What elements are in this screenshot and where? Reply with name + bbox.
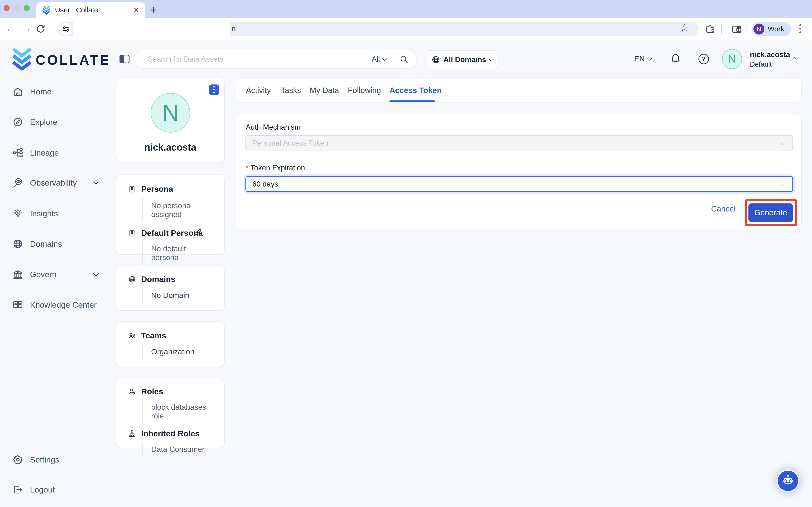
- chevron-down-icon: [647, 56, 652, 61]
- help-icon[interactable]: ?: [699, 54, 709, 64]
- back-icon[interactable]: ←: [5, 23, 16, 33]
- search-divider: [393, 54, 393, 64]
- domains-filter-dropdown[interactable]: All Domains: [426, 50, 498, 69]
- hierarchy-icon: [128, 430, 137, 438]
- gear-icon: [12, 454, 23, 465]
- screen: User | Collate × + ← → n ☆ N Work: [0, 0, 812, 507]
- default-persona-value: No default persona: [142, 241, 215, 265]
- chevron-down-icon: [382, 56, 388, 61]
- sidebar-item-settings[interactable]: Settings: [0, 448, 109, 471]
- tab-close-icon[interactable]: ×: [134, 5, 139, 14]
- teams-header: Teams: [128, 331, 215, 340]
- persona-card: Persona No persona assigned Default Pers…: [116, 174, 225, 255]
- tab-following[interactable]: Following: [348, 78, 381, 102]
- roles-card: Roles block databases role Inherited Rol…: [116, 378, 225, 448]
- sidebar-item-domains[interactable]: Domains: [0, 232, 109, 256]
- search-icon[interactable]: [399, 55, 408, 64]
- window-minimize-button[interactable]: [13, 5, 20, 11]
- brand-wordmark[interactable]: COLLATE: [36, 52, 110, 68]
- browser-profile-label: Work: [768, 25, 784, 33]
- browser-menu-icon[interactable]: [799, 23, 801, 34]
- teams-value[interactable]: Organization: [142, 344, 215, 359]
- site-settings-icon[interactable]: [59, 22, 72, 36]
- language-dropdown[interactable]: EN: [634, 54, 652, 63]
- observability-icon: [12, 177, 23, 188]
- chevron-down-icon: [780, 140, 785, 145]
- active-tab-underline: [390, 100, 435, 102]
- token-expiration-label: *Token Expiration: [246, 164, 305, 172]
- browser-tab-title: User | Collate: [55, 6, 134, 14]
- profile-avatar: N: [151, 93, 190, 132]
- auth-mechanism-label: Auth Mechanism: [246, 123, 301, 131]
- token-expiration-select[interactable]: 60 days: [245, 176, 793, 192]
- sidebar-item-explore[interactable]: Explore: [0, 110, 109, 134]
- chevron-down-icon: [780, 182, 784, 186]
- tab-access-token[interactable]: Access Token: [390, 78, 442, 102]
- reload-icon[interactable]: [36, 24, 46, 34]
- sidebar-item-logout[interactable]: Logout: [0, 478, 109, 502]
- required-asterisk: *: [246, 164, 249, 172]
- domains-card: Domains No Domain: [116, 266, 225, 311]
- collate-favicon: [42, 5, 51, 14]
- default-persona-header: Default Persona: [128, 228, 215, 238]
- profile-more-menu-button[interactable]: [209, 84, 219, 95]
- cancel-button[interactable]: Cancel: [711, 204, 735, 213]
- auth-mechanism-select: Personal Access Token: [245, 135, 793, 151]
- new-tab-button[interactable]: +: [150, 4, 157, 16]
- chevron-down-icon[interactable]: [794, 54, 799, 59]
- lineage-icon: [12, 147, 23, 158]
- search-scope-dropdown[interactable]: All: [372, 55, 387, 63]
- annotation-highlight-box: [745, 200, 797, 226]
- home-icon: [12, 86, 23, 97]
- browser-profile-avatar: N: [753, 23, 764, 35]
- robot-icon: [781, 474, 795, 488]
- chevron-down-icon: [489, 56, 494, 61]
- extensions-icon[interactable]: [705, 23, 716, 35]
- collate-logo-icon[interactable]: [11, 48, 33, 70]
- url-text: n: [232, 24, 236, 33]
- govern-bank-icon: [12, 269, 23, 280]
- sidebar-item-home[interactable]: Home: [0, 80, 109, 104]
- forward-icon[interactable]: →: [21, 23, 32, 33]
- globe-icon: [12, 238, 23, 249]
- domains-value: No Domain: [142, 288, 215, 303]
- search-input[interactable]: Search for Data Assets: [148, 55, 372, 63]
- profile-username: nick.acosta: [116, 142, 225, 153]
- roles-value: block databases role: [142, 399, 215, 424]
- user-name: nick.acosta: [750, 50, 790, 59]
- profile-tab-bar: Activity Tasks My Data Following Access …: [236, 78, 802, 103]
- tab-tasks[interactable]: Tasks: [281, 78, 301, 102]
- window-zoom-button[interactable]: [23, 5, 30, 11]
- user-gear-icon: [128, 387, 137, 396]
- tab-activity[interactable]: Activity: [246, 78, 271, 102]
- browser-profile-chip[interactable]: N Work: [752, 22, 791, 36]
- global-search-bar[interactable]: Search for Data Assets All: [134, 50, 417, 69]
- browser-tab[interactable]: User | Collate ×: [37, 2, 145, 18]
- chatbot-button[interactable]: [776, 469, 799, 492]
- sidebar-item-insights[interactable]: Insights: [0, 202, 109, 225]
- notifications-bell-icon[interactable]: [669, 53, 682, 65]
- url-redaction-box: [73, 22, 230, 36]
- bookmark-star-icon[interactable]: ☆: [680, 23, 689, 33]
- window-close-button[interactable]: [4, 5, 10, 11]
- sidebar-item-govern[interactable]: Govern: [0, 263, 109, 286]
- book-icon: [12, 299, 23, 310]
- teams-icon: [128, 331, 137, 340]
- user-menu[interactable]: nick.acosta Default: [750, 50, 790, 68]
- edit-icon[interactable]: [194, 228, 202, 238]
- chevron-down-icon: [93, 271, 99, 276]
- sidebar-collapse-icon[interactable]: [119, 55, 130, 63]
- toolbar-divider: [747, 24, 747, 34]
- persona-id-card-icon: [128, 185, 137, 193]
- globe-icon: [432, 55, 440, 64]
- persona-value: No persona assigned: [142, 198, 215, 222]
- persona-header: Persona: [128, 184, 215, 194]
- toolbar-divider: [721, 24, 722, 34]
- sidebar-item-knowledge-center[interactable]: Knowledge Center: [0, 293, 109, 317]
- teams-card: Teams Organization: [116, 322, 225, 367]
- sidebar-item-lineage[interactable]: Lineage: [0, 141, 109, 165]
- tab-search-icon[interactable]: [731, 24, 742, 35]
- user-avatar[interactable]: N: [722, 49, 742, 69]
- tab-my-data[interactable]: My Data: [310, 78, 339, 102]
- sidebar-item-observability[interactable]: Observability: [0, 171, 109, 194]
